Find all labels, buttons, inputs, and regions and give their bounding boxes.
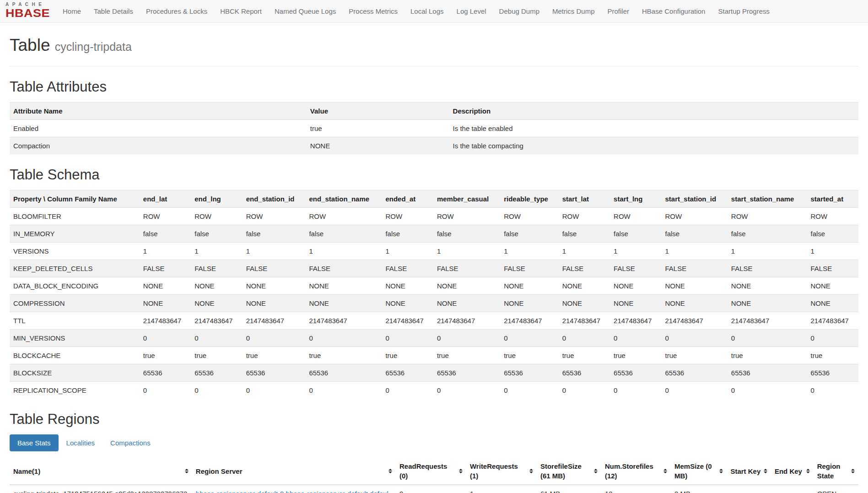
regions-col-readrequests-0[interactable]: ReadRequests (0) <box>396 458 466 485</box>
schema-property-cell: BLOOMFILTER <box>10 208 140 225</box>
attributes-col-description: Description <box>449 103 858 120</box>
sort-icon[interactable] <box>459 469 463 473</box>
nav-item-table-details[interactable]: Table Details <box>87 7 140 15</box>
schema-value-cell: NONE <box>191 277 242 295</box>
schema-property-cell: BLOCKCACHE <box>10 347 140 364</box>
schema-col-start-lng: start_lng <box>610 190 661 208</box>
tab-compactions[interactable]: Compactions <box>102 434 158 451</box>
region-server-link[interactable]: hbase-regionserver-default-0.hbase-regio… <box>196 490 388 493</box>
hbase-logo[interactable]: APACHE HBASE <box>5 2 50 20</box>
schema-value-cell: NONE <box>661 277 727 295</box>
attributes-col-value: Value <box>307 103 449 120</box>
nav-item-named-queue-logs[interactable]: Named Queue Logs <box>268 7 342 15</box>
schema-property-cell: TTL <box>10 312 140 330</box>
nav-item-hbase-configuration[interactable]: HBase Configuration <box>636 7 712 15</box>
schema-value-cell: false <box>728 225 807 243</box>
schema-value-cell: 65536 <box>305 364 382 382</box>
schema-value-cell: 2147483647 <box>610 312 661 330</box>
schema-value-cell: 2147483647 <box>382 312 433 330</box>
schema-col-start-station-name: start_station_name <box>728 190 807 208</box>
schema-value-cell: 65536 <box>191 364 242 382</box>
sort-icon[interactable] <box>719 469 723 473</box>
table-row: BLOOMFILTERROWROWROWROWROWROWROWROWROWRO… <box>10 208 858 225</box>
schema-value-cell: NONE <box>433 277 500 295</box>
nav-item-profiler[interactable]: Profiler <box>601 7 636 15</box>
attributes-header-row: Attribute NameValueDescription <box>10 103 858 120</box>
schema-value-cell: NONE <box>382 277 433 295</box>
schema-value-cell: false <box>191 225 242 243</box>
table-name: cycling-tripdata <box>55 40 132 53</box>
schema-value-cell: 0 <box>610 330 661 347</box>
nav-item-local-logs[interactable]: Local Logs <box>404 7 450 15</box>
schema-value-cell: FALSE <box>559 260 610 277</box>
regions-col-storefilesize-61-mb[interactable]: StorefileSize (61 MB) <box>537 458 601 485</box>
nav-item-process-metrics[interactable]: Process Metrics <box>342 7 404 15</box>
regions-col-label: WriteRequests (1) <box>470 461 527 481</box>
nav-item-debug-dump[interactable]: Debug Dump <box>493 7 546 15</box>
schema-value-cell: NONE <box>559 277 610 295</box>
schema-value-cell: FALSE <box>807 260 858 277</box>
schema-value-cell: NONE <box>382 295 433 312</box>
schema-value-cell: ROW <box>807 208 858 225</box>
sort-icon[interactable] <box>594 469 598 473</box>
schema-value-cell: 0 <box>661 382 727 399</box>
nav-item-startup-progress[interactable]: Startup Progress <box>712 7 776 15</box>
schema-value-cell: 0 <box>807 330 858 347</box>
nav-item-log-level[interactable]: Log Level <box>450 7 493 15</box>
regions-col-region-server[interactable]: Region Server <box>192 458 396 485</box>
regions-col-end-key[interactable]: End Key <box>771 458 814 485</box>
schema-value-cell: NONE <box>728 295 807 312</box>
schema-value-cell: 65536 <box>382 364 433 382</box>
schema-property-cell: MIN_VERSIONS <box>10 330 140 347</box>
schema-value-cell: 2147483647 <box>140 312 191 330</box>
sort-icon[interactable] <box>806 469 810 473</box>
table-row: VERSIONS111111111111 <box>10 243 858 260</box>
schema-value-cell: 65536 <box>728 364 807 382</box>
regions-col-num-storefiles-12[interactable]: Num.Storefiles (12) <box>601 458 671 485</box>
schema-property-cell: REPLICATION_SCOPE <box>10 382 140 399</box>
schema-value-cell: NONE <box>305 277 382 295</box>
tab-base-stats[interactable]: Base Stats <box>10 434 59 451</box>
sort-icon[interactable] <box>764 469 767 473</box>
table-row: COMPRESSIONNONENONENONENONENONENONENONEN… <box>10 295 858 312</box>
sort-icon[interactable] <box>185 469 189 473</box>
attributes-cell: Enabled <box>10 120 307 137</box>
regions-col-region-state[interactable]: Region State <box>814 458 858 485</box>
schema-value-cell: 65536 <box>559 364 610 382</box>
attributes-cell: true <box>307 120 449 137</box>
top-navbar: APACHE HBASE HomeTable DetailsProcedures… <box>0 0 868 23</box>
page-content: Table cycling-tripdata Table Attributes … <box>0 36 868 493</box>
schema-heading: Table Schema <box>10 167 858 183</box>
schema-value-cell: true <box>382 347 433 364</box>
schema-value-cell: false <box>140 225 191 243</box>
schema-value-cell: 0 <box>305 382 382 399</box>
nav-item-home[interactable]: Home <box>56 7 87 15</box>
nav-item-hbck-report[interactable]: HBCK Report <box>214 7 268 15</box>
nav-item-metrics-dump[interactable]: Metrics Dump <box>546 7 601 15</box>
regions-col-label: Region State <box>817 461 848 481</box>
table-attributes-section: Table Attributes Attribute NameValueDesc… <box>10 79 858 154</box>
regions-col-start-key[interactable]: Start Key <box>727 458 771 485</box>
schema-value-cell: FALSE <box>191 260 242 277</box>
regions-col-memsize-0-mb[interactable]: MemSize (0 MB) <box>671 458 727 485</box>
table-row: MIN_VERSIONS000000000000 <box>10 330 858 347</box>
schema-value-cell: 65536 <box>807 364 858 382</box>
sort-icon[interactable] <box>663 469 667 473</box>
schema-col-started-at: started_at <box>807 190 858 208</box>
sort-icon[interactable] <box>529 469 533 473</box>
regions-col-writerequests-1[interactable]: WriteRequests (1) <box>466 458 537 485</box>
sort-icon[interactable] <box>851 469 855 473</box>
nav-item-procedures-locks[interactable]: Procedures & Locks <box>140 7 214 15</box>
table-row: EnabledtrueIs the table enabled <box>10 120 858 137</box>
regions-col-name-1[interactable]: Name(1) <box>10 458 192 485</box>
regions-header-row: Name(1)Region ServerReadRequests (0)Writ… <box>10 458 858 485</box>
region-cell-region-server: hbase-regionserver-default-0.hbase-regio… <box>192 485 396 493</box>
tab-localities[interactable]: Localities <box>59 434 103 451</box>
schema-value-cell: FALSE <box>661 260 727 277</box>
sort-icon[interactable] <box>388 469 392 473</box>
schema-col-member-casual: member_casual <box>433 190 500 208</box>
schema-value-cell: ROW <box>610 208 661 225</box>
table-row: DATA_BLOCK_ENCODINGNONENONENONENONENONEN… <box>10 277 858 295</box>
schema-value-cell: false <box>807 225 858 243</box>
schema-value-cell: 0 <box>191 330 242 347</box>
